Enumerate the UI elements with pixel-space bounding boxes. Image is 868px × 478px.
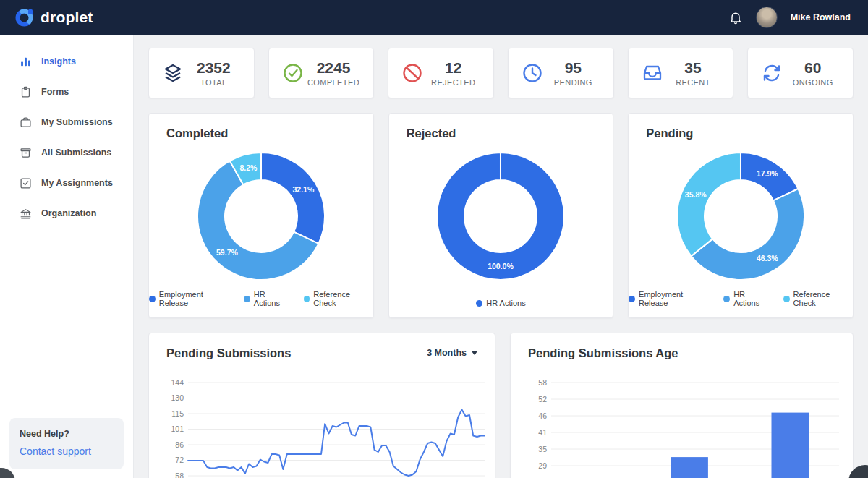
chart-title: Rejected: [407, 127, 456, 140]
legend-item: Employment Release: [629, 290, 712, 307]
legend-dot-icon: [244, 296, 250, 302]
sidebar-item-forms[interactable]: Forms: [0, 77, 133, 107]
stat-card-pending: 95 PENDING: [508, 48, 614, 98]
sidebar-item-my-assignments[interactable]: My Assignments: [0, 168, 133, 198]
stat-label: COMPLETED: [304, 78, 364, 87]
completed-chart-card: Completed 32.1%59.7%8.2% Employment Rele…: [148, 113, 374, 318]
sidebar-item-all-submissions[interactable]: All Submissions: [0, 137, 133, 168]
rejected-chart-card: Rejected 100.0% HR Actions: [388, 113, 614, 318]
sidebar-item-label: My Submissions: [41, 117, 113, 127]
y-axis-tick: 72: [175, 456, 184, 464]
stat-label: TOTAL: [184, 78, 244, 87]
stat-value: 60: [783, 59, 843, 77]
stat-value: 2245: [304, 59, 364, 77]
sidebar: Insights Forms My Submissions All Submis…: [0, 35, 134, 478]
inbox-icon: [642, 62, 663, 84]
pending-chart-card: Pending 17.9%46.3%35.8% Employment Relea…: [628, 113, 854, 318]
chart-title: Pending: [646, 127, 693, 140]
my-assignments-icon: [20, 177, 32, 189]
y-axis-tick: 130: [171, 393, 184, 402]
chart-legend: HR Actions: [389, 299, 613, 307]
stat-label: REJECTED: [423, 78, 483, 87]
sidebar-footer: Need Help? Contact support: [0, 409, 133, 478]
chart-legend: Employment Release HR Actions Reference …: [149, 290, 373, 307]
donut-charts-row: Completed 32.1%59.7%8.2% Employment Rele…: [148, 113, 854, 318]
chart-title: Pending Submissions Age: [528, 346, 678, 360]
notifications-bell-icon[interactable]: [728, 10, 743, 25]
legend-item: Employment Release: [149, 290, 232, 307]
legend-item: Reference Check: [304, 290, 373, 307]
donut-slice-label: 59.7%: [216, 248, 238, 257]
insights-icon: [20, 56, 32, 68]
top-navbar: droplet Mike Rowland: [0, 0, 868, 35]
y-axis-tick: 29: [538, 461, 547, 470]
sidebar-item-label: Organization: [41, 208, 96, 218]
brand-name: droplet: [41, 9, 93, 26]
stat-label: PENDING: [543, 78, 603, 87]
legend-dot-icon: [476, 300, 482, 307]
donut-slice-label: 17.9%: [757, 169, 778, 178]
chevron-down-icon: [472, 351, 477, 355]
sidebar-item-my-submissions[interactable]: My Submissions: [0, 107, 133, 137]
legend-dot-icon: [723, 296, 730, 302]
legend-label: Employment Release: [639, 290, 712, 307]
clock-icon: [522, 62, 543, 84]
legend-item: HR Actions: [723, 290, 771, 307]
y-axis-tick: 35: [538, 445, 547, 453]
range-dropdown[interactable]: 3 Months: [427, 348, 477, 358]
legend-label: Employment Release: [159, 290, 232, 307]
sidebar-item-label: All Submissions: [41, 148, 111, 158]
donut-slice-label: 35.8%: [685, 190, 707, 199]
all-submissions-icon: [20, 147, 32, 159]
ban-icon: [401, 62, 423, 84]
legend-item: Reference Check: [783, 290, 853, 307]
donut-slice-label: 100.0%: [488, 262, 514, 270]
legend-dot-icon: [629, 296, 635, 302]
y-axis-tick: 101: [171, 424, 184, 433]
stat-label: ONGOING: [783, 78, 843, 87]
sync-icon: [761, 62, 783, 84]
y-axis-tick: 52: [538, 395, 547, 404]
help-box: Need Help? Contact support: [9, 418, 124, 469]
legend-item: HR Actions: [476, 299, 525, 307]
organization-icon: [20, 208, 32, 220]
chart-title: Completed: [166, 127, 228, 140]
check-circle-icon: [282, 62, 304, 84]
legend-label: HR Actions: [733, 290, 772, 307]
stat-value: 2352: [184, 59, 244, 77]
donut-slice-label: 8.2%: [239, 163, 258, 172]
main-content: 2352 TOTAL 2245 COMPLETED 12 REJECTED 95…: [134, 35, 868, 478]
legend-label: Reference Check: [793, 290, 853, 307]
user-avatar[interactable]: [756, 7, 778, 28]
user-name: Mike Rowland: [791, 12, 851, 22]
sidebar-item-organization[interactable]: Organization: [0, 198, 133, 229]
bar: [772, 413, 809, 478]
sidebar-item-insights[interactable]: Insights: [0, 46, 133, 77]
y-axis-tick: 115: [171, 409, 184, 418]
stats-row: 2352 TOTAL 2245 COMPLETED 12 REJECTED 95…: [148, 48, 854, 98]
stat-value: 95: [543, 59, 603, 77]
sidebar-item-label: My Assignments: [41, 178, 113, 188]
forms-icon: [20, 86, 32, 98]
stat-card-total: 2352 TOTAL: [148, 48, 255, 98]
stat-card-rejected: 12 REJECTED: [388, 48, 494, 98]
legend-label: Reference Check: [313, 290, 373, 307]
donut-slice-label: 32.1%: [292, 185, 314, 194]
bottom-charts-row: Pending Submissions 3 Months 14413011510…: [148, 333, 854, 478]
app-logo[interactable]: droplet: [14, 8, 93, 27]
donut-slice: [261, 153, 325, 244]
pending-age-card: Pending Submissions Age 585246413529: [510, 333, 854, 478]
legend-item: HR Actions: [244, 290, 292, 307]
completed-donut-chart: 32.1%59.7%8.2%: [189, 144, 333, 289]
stat-label: RECENT: [663, 78, 723, 87]
y-axis-tick: 144: [171, 378, 184, 387]
chart-legend: Employment Release HR Actions Reference …: [629, 290, 853, 307]
legend-dot-icon: [149, 296, 156, 302]
sidebar-item-label: Forms: [41, 87, 69, 97]
stat-value: 12: [423, 59, 483, 77]
stat-card-ongoing: 60 ONGOING: [747, 48, 854, 98]
stat-value: 35: [663, 59, 723, 77]
contact-support-link[interactable]: Contact support: [20, 445, 114, 457]
sidebar-nav: Insights Forms My Submissions All Submis…: [0, 35, 133, 229]
y-axis-tick: 46: [538, 411, 547, 420]
